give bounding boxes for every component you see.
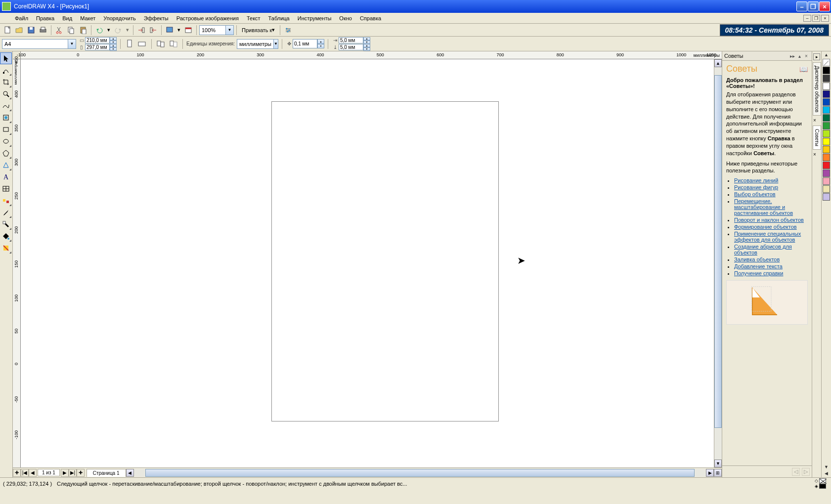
hint-link[interactable]: Выбор объектов: [734, 191, 776, 197]
apply-current-page-button[interactable]: [168, 39, 179, 49]
spin-down[interactable]: ▼: [110, 41, 117, 44]
import-button[interactable]: [136, 25, 147, 36]
scroll-left-button[interactable]: ◀: [126, 469, 134, 477]
text-tool[interactable]: A: [0, 171, 12, 183]
menu-view[interactable]: Вид: [58, 14, 76, 23]
docker-menu-icon[interactable]: ▴: [796, 52, 803, 59]
hint-link[interactable]: Поворот и наклон объектов: [734, 217, 804, 223]
spin-down[interactable]: ▼: [110, 47, 117, 51]
color-swatch[interactable]: [823, 130, 830, 137]
horizontal-scrollbar[interactable]: ◀ ▶ ⊞: [126, 469, 722, 477]
hints-forward-button[interactable]: ▷: [802, 468, 810, 476]
menu-layout[interactable]: Макет: [76, 14, 99, 23]
page-height-input[interactable]: [85, 44, 110, 50]
hint-link[interactable]: Добавление текста: [734, 263, 783, 269]
nudge-input[interactable]: [293, 39, 317, 48]
zoom-page-button[interactable]: ⊞: [714, 469, 722, 477]
color-swatch[interactable]: [823, 177, 830, 185]
polygon-tool[interactable]: [0, 147, 12, 159]
hints-back-button[interactable]: ◁: [792, 468, 800, 476]
color-swatch[interactable]: [823, 114, 830, 122]
zoom-combo[interactable]: 100% ▼: [199, 25, 234, 35]
menu-window[interactable]: Окно: [335, 14, 356, 23]
minimize-button[interactable]: –: [796, 1, 807, 11]
spin-down[interactable]: ▼: [363, 41, 370, 44]
hint-link[interactable]: Формирование объектов: [734, 224, 797, 230]
ellipse-tool[interactable]: [0, 135, 12, 147]
redo-button[interactable]: [113, 25, 124, 36]
menu-edit[interactable]: Правка: [32, 14, 58, 23]
app-launcher-button[interactable]: [164, 25, 175, 36]
app-launcher-dropdown[interactable]: ▾: [176, 25, 182, 36]
spin-up[interactable]: ▲: [110, 37, 117, 41]
sidetab-close-icon[interactable]: ×: [813, 152, 820, 159]
rectangle-tool[interactable]: [0, 124, 12, 135]
close-button[interactable]: ×: [819, 1, 830, 11]
interactive-blend-tool[interactable]: [0, 195, 12, 207]
options-button[interactable]: [283, 25, 294, 36]
hint-link[interactable]: Заливка объектов: [734, 256, 780, 262]
hint-link[interactable]: Применение специальных эффектов для объе…: [734, 231, 801, 243]
portrait-button[interactable]: [124, 39, 135, 49]
new-button[interactable]: [2, 25, 13, 36]
crop-tool[interactable]: [0, 76, 12, 88]
no-color-swatch[interactable]: [823, 59, 830, 66]
snap-to-button[interactable]: Привязать к ▾: [239, 25, 277, 36]
hint-link[interactable]: Рисование фигур: [734, 184, 778, 190]
menu-effects[interactable]: Эффекты: [140, 14, 173, 23]
hint-link[interactable]: Рисование линий: [734, 177, 778, 183]
shape-tool[interactable]: [0, 64, 12, 76]
mdi-minimize[interactable]: –: [803, 15, 811, 22]
sidetab-object-manager[interactable]: Диспетчер объектов: [813, 62, 821, 116]
vertical-ruler[interactable]: миллиметры 450400350300250200150100500-5…: [13, 59, 21, 467]
sidetab-close-icon[interactable]: ×: [813, 118, 820, 125]
landscape-button[interactable]: [137, 39, 148, 49]
scroll-thumb[interactable]: [714, 75, 722, 428]
spin-up[interactable]: ▲: [110, 44, 117, 47]
print-button[interactable]: [38, 25, 48, 36]
docker-titlebar[interactable]: Советы ▸▸ ▴ ×: [722, 51, 812, 61]
save-button[interactable]: [26, 25, 37, 36]
hint-link[interactable]: Получение справки: [734, 270, 783, 276]
menu-help[interactable]: Справка: [356, 14, 385, 23]
first-page-button[interactable]: |◀: [21, 469, 29, 477]
vertical-scrollbar[interactable]: ▲ ▼: [714, 59, 722, 467]
menu-text[interactable]: Текст: [243, 14, 264, 23]
palette-flyout-arrow[interactable]: ◀: [825, 471, 828, 477]
hint-link[interactable]: Перемещение, масштабирование и растягива…: [734, 198, 793, 216]
prev-page-button[interactable]: ◀: [29, 469, 37, 477]
copy-button[interactable]: [66, 25, 77, 36]
table-tool[interactable]: [0, 183, 12, 195]
zoom-tool[interactable]: [0, 88, 12, 100]
menu-table[interactable]: Таблица: [264, 14, 294, 23]
menu-bitmaps[interactable]: Растровые изображения: [173, 14, 243, 23]
scroll-track[interactable]: [714, 67, 722, 460]
spin-up[interactable]: ▲: [363, 44, 370, 47]
color-swatch[interactable]: [823, 193, 830, 201]
add-page-icon[interactable]: ✚: [13, 469, 21, 477]
outline-well[interactable]: [819, 484, 826, 489]
hscroll-track[interactable]: [134, 469, 706, 477]
last-page-button[interactable]: ▶|: [69, 469, 77, 477]
basic-shapes-tool[interactable]: [0, 159, 12, 171]
open-button[interactable]: [14, 25, 25, 36]
interactive-fill-tool[interactable]: [0, 242, 12, 254]
docker-well-icon[interactable]: ▸: [813, 53, 820, 60]
color-swatch[interactable]: [823, 185, 830, 193]
add-page-after-icon[interactable]: ✚: [77, 469, 85, 477]
undo-button[interactable]: [94, 25, 105, 36]
undo-dropdown[interactable]: ▾: [106, 25, 112, 36]
redo-dropdown[interactable]: ▾: [125, 25, 131, 36]
mdi-restore[interactable]: ❐: [812, 15, 820, 22]
next-page-button[interactable]: ▶: [61, 469, 69, 477]
drawing-workspace[interactable]: ➤: [21, 59, 714, 467]
color-swatch[interactable]: [823, 98, 830, 106]
color-swatch[interactable]: [823, 75, 830, 82]
page-tab-1[interactable]: Страница 1: [87, 469, 126, 477]
color-swatch[interactable]: [823, 122, 830, 129]
spin-down[interactable]: ▼: [317, 44, 324, 49]
color-swatch[interactable]: [823, 154, 830, 161]
hscroll-thumb[interactable]: [145, 469, 695, 477]
units-combo[interactable]: миллиметры ▼: [237, 39, 278, 49]
color-swatch[interactable]: [823, 169, 830, 177]
